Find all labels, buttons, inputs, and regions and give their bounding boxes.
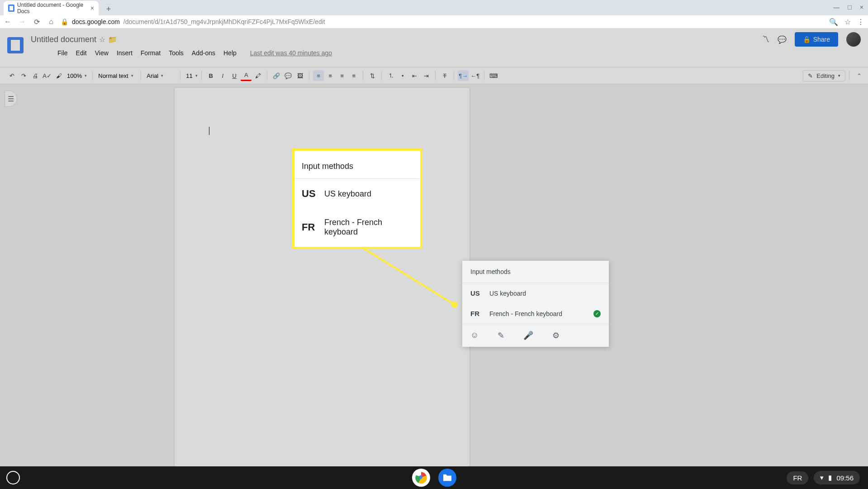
ime-indicator[interactable]: FR	[787, 471, 808, 484]
files-app-icon[interactable]	[438, 469, 456, 487]
font-select[interactable]: Arial	[145, 72, 176, 80]
rtl-icon[interactable]: ←¶	[470, 70, 480, 81]
collapse-toolbar-icon[interactable]: ⌃	[857, 72, 862, 79]
editing-mode-select[interactable]: ✎ Editing	[803, 70, 845, 82]
paint-format-icon[interactable]: 🖌	[53, 70, 64, 81]
close-tab-icon[interactable]: ×	[90, 5, 94, 12]
back-icon[interactable]: ←	[4, 18, 12, 26]
activity-icon[interactable]: 〽	[762, 35, 769, 43]
menu-format[interactable]: Format	[138, 48, 164, 58]
star-icon[interactable]: ☆	[844, 18, 851, 26]
ime-item-fr[interactable]: FR French - French keyboard ✓	[462, 303, 609, 324]
voice-icon[interactable]: 🎤	[523, 331, 533, 340]
user-avatar[interactable]	[846, 32, 861, 47]
new-tab-button[interactable]: +	[102, 3, 115, 15]
move-folder-icon[interactable]: 📁	[108, 35, 117, 44]
callout-label-fr: French - French keyboard	[324, 218, 413, 237]
line-spacing-icon[interactable]: ⇅	[367, 70, 378, 81]
bulleted-list-icon[interactable]: •	[397, 70, 408, 81]
chrome-app-icon[interactable]	[412, 469, 430, 487]
align-justify-icon[interactable]: ≡	[348, 70, 359, 81]
menu-view[interactable]: View	[92, 48, 112, 58]
callout-item-us: US US keyboard	[295, 179, 419, 209]
fontsize-select[interactable]: 11	[184, 72, 198, 80]
align-center-icon[interactable]: ≡	[325, 70, 336, 81]
launcher-icon[interactable]	[6, 471, 20, 484]
svg-point-1	[451, 302, 458, 308]
comments-icon[interactable]: 💬	[778, 35, 787, 44]
menu-icon[interactable]: ⋮	[857, 18, 864, 26]
redo-icon[interactable]: ↷	[18, 70, 29, 81]
spellcheck-icon[interactable]: A✓	[42, 70, 52, 81]
undo-icon[interactable]: ↶	[6, 70, 17, 81]
tab-strip: Untitled document - Google Docs × + — □ …	[0, 0, 868, 15]
battery-icon: ▮	[828, 474, 832, 482]
style-select[interactable]: Normal text	[96, 72, 137, 80]
callout-connector	[357, 244, 461, 308]
ltr-icon[interactable]: ¶→	[458, 70, 469, 81]
input-tools-icon[interactable]: ⌨	[488, 70, 499, 81]
url-bar[interactable]: 🔒 docs.google.com/document/d/1rA1d750_mg…	[61, 18, 824, 25]
link-icon[interactable]: 🔗	[271, 70, 282, 81]
settings-icon[interactable]: ⚙	[552, 331, 560, 340]
url-host: docs.google.com	[72, 18, 120, 25]
share-label: Share	[813, 36, 830, 43]
minimize-icon[interactable]: —	[833, 4, 840, 11]
image-icon[interactable]: 🖼	[294, 70, 305, 81]
numbered-list-icon[interactable]: ⒈	[385, 70, 396, 81]
menu-insert[interactable]: Insert	[114, 48, 136, 58]
system-tray: FR ▾ ▮ 09:56	[787, 471, 868, 484]
wifi-icon: ▾	[820, 474, 824, 482]
close-window-icon[interactable]: ×	[860, 4, 863, 11]
docs-logo-icon[interactable]	[7, 37, 24, 53]
nav-buttons: ← → ⟳ ⌂	[4, 18, 55, 26]
address-bar: ← → ⟳ ⌂ 🔒 docs.google.com/document/d/1rA…	[0, 15, 868, 29]
zoom-select[interactable]: 100%	[65, 72, 89, 80]
menu-help[interactable]: Help	[220, 48, 240, 58]
home-icon[interactable]: ⌂	[47, 18, 55, 26]
maximize-icon[interactable]: □	[848, 4, 851, 11]
clear-format-icon[interactable]: T	[439, 70, 450, 81]
browser-tab[interactable]: Untitled document - Google Docs ×	[4, 1, 99, 15]
callout-code-fr: FR	[302, 221, 314, 233]
taskbar: FR ▾ ▮ 09:56	[0, 466, 868, 489]
last-edit-link[interactable]: Last edit was 40 minutes ago	[247, 48, 335, 58]
ime-item-us[interactable]: US US keyboard	[462, 283, 609, 303]
share-button[interactable]: 🔒 Share	[795, 32, 838, 47]
align-left-icon[interactable]: ≡	[313, 70, 324, 81]
browser-chrome: Untitled document - Google Docs × + — □ …	[0, 0, 868, 29]
editing-label: Editing	[816, 72, 835, 79]
zoom-icon[interactable]: 🔍	[829, 18, 838, 26]
text-color-icon[interactable]: A	[241, 70, 251, 81]
menu-tools[interactable]: Tools	[166, 48, 187, 58]
clock: 09:56	[836, 474, 854, 482]
align-right-icon[interactable]: ≡	[337, 70, 347, 81]
reload-icon[interactable]: ⟳	[33, 18, 41, 26]
header-right: 〽 💬 🔒 Share	[762, 32, 861, 47]
star-document-icon[interactable]: ☆	[99, 35, 105, 44]
handwriting-icon[interactable]: ✎	[498, 331, 504, 340]
print-icon[interactable]: 🖨	[30, 70, 41, 81]
task-center	[412, 469, 456, 487]
menu-addons[interactable]: Add-ons	[189, 48, 218, 58]
callout-title: Input methods	[295, 152, 419, 179]
forward-icon: →	[18, 18, 26, 26]
svg-line-0	[357, 244, 455, 305]
underline-icon[interactable]: U	[229, 70, 240, 81]
italic-icon[interactable]: I	[217, 70, 228, 81]
check-icon: ✓	[593, 310, 601, 317]
menu-file[interactable]: File	[54, 48, 71, 58]
bold-icon[interactable]: B	[205, 70, 216, 81]
title-row: Untitled document ☆ 📁 〽 💬 🔒 Share Fi	[7, 32, 861, 58]
highlight-icon[interactable]: 🖍	[252, 70, 263, 81]
decrease-indent-icon[interactable]: ⇤	[409, 70, 420, 81]
menu-edit[interactable]: Edit	[73, 48, 90, 58]
toolbar: ↶ ↷ 🖨 A✓ 🖌 100% Normal text Arial 11 B I…	[0, 67, 868, 84]
document-title[interactable]: Untitled document	[31, 35, 96, 44]
emoji-icon[interactable]: ☺	[470, 331, 479, 340]
outline-button[interactable]: ☰	[5, 91, 17, 107]
comment-icon[interactable]: 💬	[283, 70, 294, 81]
increase-indent-icon[interactable]: ⇥	[421, 70, 432, 81]
lock-share-icon: 🔒	[803, 36, 811, 43]
status-tray[interactable]: ▾ ▮ 09:56	[814, 471, 860, 484]
